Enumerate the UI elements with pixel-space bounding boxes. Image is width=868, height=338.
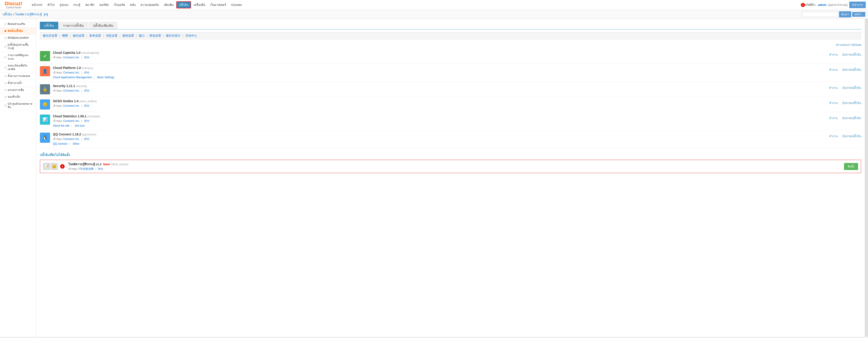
sub-nav-link[interactable]: 晒图 bbox=[62, 34, 68, 37]
sidebar-item[interactable]: ตั้งค่าลายน้ำ bbox=[0, 80, 36, 87]
plugin-work-link[interactable]: ทำงาน bbox=[829, 116, 838, 121]
home-button[interactable]: หน้าแรก bbox=[849, 2, 866, 8]
plugin-work-link[interactable]: ทำงาน bbox=[829, 134, 838, 139]
plugin-work-link[interactable]: ทำงาน bbox=[829, 52, 838, 57]
rating-link[interactable]: 评分 bbox=[84, 56, 90, 59]
plugin-extra-link[interactable]: Cloud Applications Management bbox=[53, 76, 92, 79]
ni-rating-link[interactable]: 评分 bbox=[98, 167, 103, 171]
plugin-row-left: 😊SOSO Smiles 1.4 (soso_smilies)เจ้าของ: … bbox=[40, 99, 829, 110]
sidebar-item[interactable]: รายงานสถิติดูและระบบ bbox=[0, 52, 36, 62]
sub-nav-link[interactable]: 素材设置 bbox=[122, 34, 134, 37]
check-update-link[interactable]: ตรวจสอบการอัปเดต bbox=[836, 42, 861, 47]
plugin-owner-link[interactable]: Comsenz Inc. bbox=[63, 137, 80, 141]
menu-item-สมาชิก[interactable]: สมาชิก bbox=[83, 2, 97, 8]
search-button[interactable]: ค้นหา bbox=[839, 11, 851, 18]
add-button[interactable]: [+] bbox=[44, 13, 48, 16]
plugin-upgrade-link[interactable]: อัปเกรดปลั๊กอิน bbox=[842, 134, 861, 139]
plugin-tab[interactable]: ปลั๊กอินเพิ่มเติม bbox=[89, 22, 118, 29]
plugin-tab[interactable]: ปลั๊กอิน bbox=[40, 22, 58, 29]
search-input[interactable] bbox=[802, 12, 838, 17]
sidebar-item[interactable]: ติดต่อส่วนเสริม bbox=[0, 21, 36, 28]
menu-item-หน้าแรก[interactable]: หน้าแรก bbox=[29, 2, 45, 8]
plugin-upgrade-link[interactable]: อัปเกรดปลั๊กอิน bbox=[842, 86, 861, 90]
sidebar-item[interactable]: GA ศูนย์ของจดหมายสิน bbox=[0, 101, 36, 111]
plugin-icon: 🔒 bbox=[40, 84, 50, 94]
sidebar-item[interactable]: ตั้งผ่านการแสดงผล bbox=[0, 73, 36, 80]
menu-item-เครื่องมือ[interactable]: เครื่องมือ bbox=[191, 2, 208, 8]
sidebar-item[interactable]: ของที่ระลึก bbox=[0, 94, 36, 101]
rating-link[interactable]: 评分 bbox=[84, 71, 90, 74]
breadcrumb-plugin-link[interactable]: ปลั๊กอิน bbox=[3, 13, 12, 16]
ni-icon: 😊 bbox=[51, 163, 58, 170]
plugin-id: (qqconnect) bbox=[82, 133, 96, 136]
sidebar-item[interactable]: ติดตั้งปลั๊กอิน bbox=[0, 28, 36, 35]
menu-item-คลับ[interactable]: คลับ bbox=[128, 2, 138, 8]
sidebar-item[interactable]: ลงทะเบียนเพื่อรับเครดิต bbox=[0, 62, 36, 73]
plugin-row-left: 👤Cloud Platform 1.0 (manyou)เจ้าของ: Com… bbox=[40, 66, 829, 79]
admin-link[interactable]: admin bbox=[818, 3, 827, 6]
plugin-upgrade-link[interactable]: อัปเกรดปลั๊กอิน bbox=[842, 67, 861, 72]
breadcrumb-sub-link[interactable]: โพสต์ความรู้สึกกระทู้ bbox=[15, 13, 42, 16]
menu-item-เพิ่มเติม[interactable]: เพิ่มเติม bbox=[162, 2, 176, 8]
menu-item-ทั่วไป[interactable]: ทั่วไป bbox=[45, 2, 57, 8]
rating-link[interactable]: 评分 bbox=[84, 104, 90, 107]
sidebar-item-label: ตกแต่งรายชื่อ bbox=[8, 88, 24, 92]
plugin-work-link[interactable]: ทำงาน bbox=[829, 86, 838, 90]
plugin-owner-link[interactable]: Comsenz Inc. bbox=[63, 56, 80, 59]
menu-item-UCenter[interactable]: UCenter bbox=[229, 2, 244, 7]
notification-badge[interactable]: 1 bbox=[801, 3, 805, 7]
plugin-owner: เจ้าของ: Comsenz Inc. ｜ 评分 bbox=[53, 137, 829, 141]
sub-nav-link[interactable]: 微信设置 bbox=[73, 34, 85, 37]
plugin-owner-link[interactable]: Comsenz Inc. bbox=[63, 71, 80, 74]
scrollbar[interactable] bbox=[865, 19, 868, 337]
plugin-tab[interactable]: รายการปลั๊กอิน bbox=[59, 22, 88, 29]
plugin-extra-links: About the site｜ Set Icon bbox=[53, 124, 829, 128]
plugin-upgrade-link[interactable]: อัปเกรดปลั๊กอิน bbox=[842, 101, 861, 105]
logout-link[interactable]: [ออกจากระบบ] bbox=[829, 2, 847, 7]
plugin-owner-link[interactable]: Comsenz Inc. bbox=[63, 104, 80, 107]
plugin-extra-link[interactable]: Basic Settings bbox=[97, 76, 114, 79]
sidebar-item[interactable]: it618post position bbox=[0, 35, 36, 41]
menu-item-กระทู้[interactable]: กระทู้ bbox=[71, 2, 83, 8]
plugin-row-left: 🐧QQ Connect 1.18.2 (qqconnect)เจ้าของ: C… bbox=[40, 132, 829, 146]
plugin-row: 🐧QQ Connect 1.18.2 (qqconnect)เจ้าของ: C… bbox=[40, 130, 861, 148]
plugin-work-link[interactable]: ทำงาน bbox=[829, 67, 838, 72]
sub-nav-link[interactable]: 微社区设置 bbox=[43, 34, 57, 37]
plugin-extra-link[interactable]: Set Icon bbox=[75, 124, 85, 127]
plugin-work-link[interactable]: ทำงาน bbox=[829, 101, 838, 105]
sub-nav-separator: ｜ bbox=[146, 34, 149, 37]
plugin-extra-link[interactable]: QQ connect bbox=[53, 142, 67, 145]
plugin-owner-link[interactable]: Comsenz Inc. bbox=[63, 89, 80, 92]
ni-owner-link[interactable]: IT618资讯网 bbox=[79, 167, 94, 171]
sub-nav-link[interactable]: 菜单设置 bbox=[89, 34, 101, 37]
sidebar-item[interactable]: ตกแต่งรายชื่อ bbox=[0, 87, 36, 94]
rating-link[interactable]: 评分 bbox=[84, 89, 90, 92]
plugin-row-left: ✔Cloud Captcha 1.0 (cloudcaptcha)เจ้าของ… bbox=[40, 51, 829, 61]
sub-nav-link[interactable]: 活动中心 bbox=[185, 34, 197, 37]
sidebar-item[interactable]: [ปลั๊กอิน]ปล่ายเชื้อกระทู้ bbox=[0, 41, 36, 52]
plugin-id: (cloudcaptcha) bbox=[81, 51, 99, 55]
sub-nav-link[interactable]: 接口 bbox=[139, 34, 145, 37]
plugin-id: (cloudstat) bbox=[88, 115, 100, 118]
install-button[interactable]: ติดตั้ง bbox=[844, 163, 858, 170]
menu-item-พอร์ทัล[interactable]: พอร์ทัล bbox=[97, 2, 111, 8]
plugin-extra-link[interactable]: About the site bbox=[53, 124, 69, 127]
plugin-upgrade-link[interactable]: อัปเกรดปลั๊กอิน bbox=[842, 116, 861, 121]
menu-item-รูปแบบ[interactable]: รูปแบบ bbox=[57, 2, 70, 8]
plugin-extra-link[interactable]: Other bbox=[72, 142, 79, 145]
plugin-upgrade-link[interactable]: อัปเกรดปลั๊กอิน bbox=[842, 52, 861, 57]
menu-item-เว็บบอร์ด[interactable]: เว็บบอร์ด bbox=[112, 2, 127, 8]
menu-item-เว็บมาสเตอร์[interactable]: เว็บมาสเตอร์ bbox=[208, 2, 228, 8]
plugin-info: SOSO Smiles 1.4 (soso_smilies)เจ้าของ: C… bbox=[53, 99, 829, 108]
map-button[interactable]: MAP ↓ bbox=[852, 12, 865, 17]
sub-nav-link[interactable]: 微社区统计 bbox=[166, 34, 181, 37]
menu-item-ความปลอดภัย[interactable]: ความปลอดภัย bbox=[138, 2, 161, 8]
ni-icons: 📝😊 bbox=[43, 163, 58, 170]
sub-nav-link[interactable]: 消息设置 bbox=[106, 34, 118, 37]
sub-nav-link[interactable]: 群发设置 bbox=[149, 34, 161, 37]
sub-nav-separator: ｜ bbox=[162, 34, 165, 37]
rating-link[interactable]: 评分 bbox=[84, 119, 90, 123]
plugin-owner-link[interactable]: Comsenz Inc. bbox=[63, 119, 80, 123]
rating-link[interactable]: 评分 bbox=[84, 137, 90, 141]
menu-item-ปลั๊กอิน[interactable]: ปลั๊กอิน bbox=[176, 1, 191, 8]
